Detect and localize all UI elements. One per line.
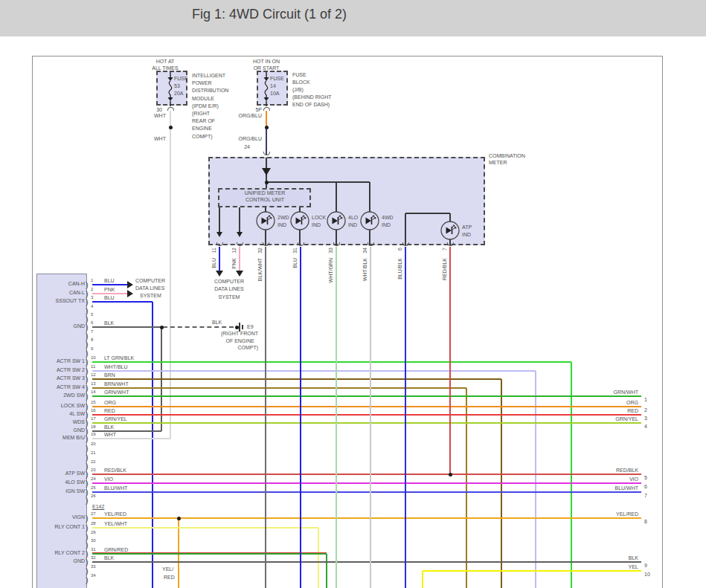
diagram-label: RED xyxy=(164,575,175,581)
wire-4l-sw-red xyxy=(92,414,641,416)
wire-rly-cont2-grnred xyxy=(326,554,327,588)
wire-e9-terminal-bar2 xyxy=(242,325,243,329)
wire-atp-sw-redblk xyxy=(92,474,641,475)
wire-color-label-vertical: 31 xyxy=(292,248,298,253)
wire-4lo-sw-vio xyxy=(92,482,641,484)
diagram-label: YEL xyxy=(629,564,638,571)
junction-dot xyxy=(449,473,452,476)
diagram-label: ORG/BLU xyxy=(238,136,262,143)
pin-number: 7 xyxy=(91,329,93,335)
wire-meter-pin31-blu xyxy=(300,247,301,588)
diagram-label: IND xyxy=(277,222,286,229)
pin-number: 6 xyxy=(91,320,93,326)
wire-rly-cont1-yelwht xyxy=(318,528,319,588)
diagram-label: DISTRIBUTION xyxy=(192,88,228,94)
4lo-indicator-lamp-icon xyxy=(327,211,346,230)
figure-viewer: Fig 1: 4WD Circuit (1 of 2) )1)2)3)4)5)6… xyxy=(0,0,706,588)
wire-gnd-blk xyxy=(92,326,161,328)
diagram-label: FUSE xyxy=(292,72,307,79)
junction-dot xyxy=(169,126,173,129)
wire-meter-pin7-redblk xyxy=(449,247,451,475)
diagram-label: ORG xyxy=(626,400,638,407)
arrow-icon xyxy=(237,232,243,237)
diagram-label: VIO xyxy=(629,476,638,483)
diagram-label: E142 xyxy=(92,504,104,511)
diagram-label: CONTROL UNIT xyxy=(246,197,284,204)
diagram-label: GND xyxy=(73,427,85,434)
wire-meter-pin11-blu xyxy=(219,247,220,271)
diagram-label: 14 xyxy=(270,83,276,90)
wire-meter-pin33-whtgrn xyxy=(336,247,337,588)
diagram-label: GRN/YEL xyxy=(615,416,638,423)
wire-yel-output xyxy=(422,571,423,588)
diagram-label: BLK xyxy=(104,320,114,327)
pin-number: 21 xyxy=(91,450,96,456)
diagram-label: WHT xyxy=(104,432,116,439)
arrow-icon xyxy=(216,232,222,237)
diagram-label: UNIFIED METER xyxy=(245,190,285,197)
wire-meter-internal-wiring xyxy=(369,182,370,212)
diagram-label: LOCK SW xyxy=(61,403,85,410)
diagram-label: 10 xyxy=(644,572,650,578)
pin-number: 3 xyxy=(91,295,93,301)
pin-number: 23 xyxy=(91,468,96,474)
diagram-label: YEL/ xyxy=(162,566,173,573)
diagram-label: SYSTEM xyxy=(140,293,161,300)
diagram-label: ACTR SW 1 xyxy=(57,358,85,365)
diagram-label: COMPT) xyxy=(192,134,213,140)
diagram-label: RLY CONT 1 xyxy=(55,524,85,531)
diagram-label: FUSE xyxy=(270,76,284,83)
wire-wds-grnyel xyxy=(92,422,641,424)
wire-color-label-vertical: RED/BLK xyxy=(442,258,447,280)
wire-yel-output xyxy=(423,570,641,572)
diagram-label: 4LO SW xyxy=(65,479,85,486)
diagram-label: WHT xyxy=(154,113,166,120)
diagram-label: BLU/WHT xyxy=(615,485,639,492)
wire-color-label-vertical: BLU xyxy=(211,258,216,268)
diagram-label: 20A xyxy=(174,91,183,97)
diagram-label: HOT AT xyxy=(156,59,175,65)
pin-number: 16 xyxy=(91,408,96,414)
diagram-label: REAR OF xyxy=(192,118,215,125)
pin-number: 9 xyxy=(91,346,93,352)
connector-pin-icon xyxy=(263,107,270,111)
wire-color-label-vertical: WHT/GRN xyxy=(328,258,333,282)
diagram-label: DATA LINES xyxy=(135,285,164,292)
atp-indicator-lamp-icon xyxy=(440,221,460,240)
junction-dot xyxy=(265,126,269,129)
diagram-label: WHT xyxy=(154,136,166,143)
wire-meter-internal-wiring xyxy=(239,207,240,233)
diagram-label: INTELLIGENT xyxy=(192,73,225,80)
wire-fuse14-orgblu-lower xyxy=(266,128,267,155)
diagram-label: MODULE xyxy=(192,96,214,103)
wire-sssout-tx-blu xyxy=(152,302,153,588)
diagram-label: GND xyxy=(73,323,85,330)
pin-number: 22 xyxy=(91,459,96,465)
wire-color-label-vertical: WHT/BLK xyxy=(362,258,368,281)
diagram-label: E9 xyxy=(247,324,254,331)
diagram-label: HOT IN ON xyxy=(253,59,280,65)
wire-fuse53-wht-feed xyxy=(170,111,171,439)
diagram-label: (IPDM E/R) xyxy=(192,103,219,110)
diagram-label: GRN/YEL xyxy=(104,416,127,423)
pin-number: 20 xyxy=(91,442,96,448)
diagram-label: ALL TIMES xyxy=(152,65,178,72)
diagram-label: YEL/RED xyxy=(104,511,126,518)
wire-ign-sw-bluwht xyxy=(92,491,641,493)
diagram-label: 4 xyxy=(644,424,647,430)
pin-number: 13 xyxy=(91,381,96,387)
pin-number: 26 xyxy=(91,494,96,500)
wire-meter-pin12-pnk xyxy=(239,247,240,271)
pin-number: 8 xyxy=(91,337,93,343)
diagram-label: 2WD SW xyxy=(63,392,85,399)
pin-number: 5 xyxy=(91,312,93,318)
diagram-label: BLK xyxy=(629,555,638,562)
diagram-label: END OF DASH) xyxy=(292,102,330,109)
pin-number: 17 xyxy=(91,416,96,422)
diagram-label: 8 xyxy=(644,519,647,526)
diagram-label: 3 xyxy=(644,416,647,422)
diagram-label: COMPT) xyxy=(237,345,258,352)
wire-color-label-vertical: 6 xyxy=(397,248,402,251)
diagram-label: WDS xyxy=(73,419,85,426)
pin-bracket-icon: ) xyxy=(86,391,89,401)
